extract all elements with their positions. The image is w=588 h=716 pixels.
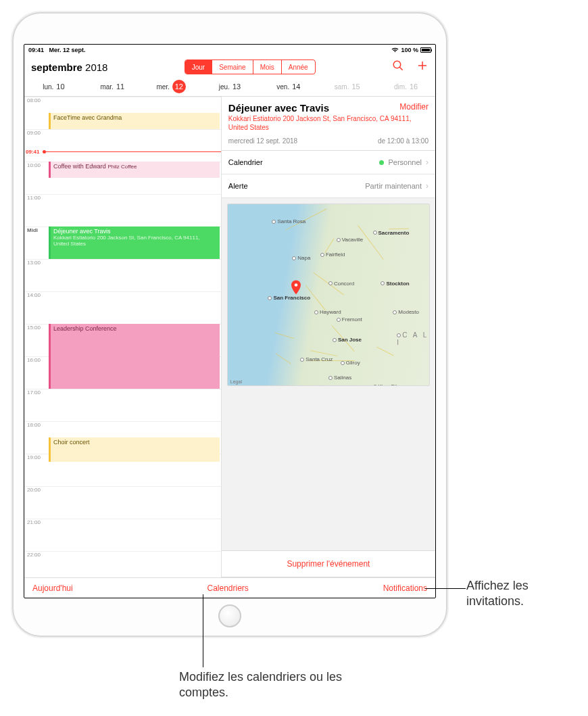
event-title: Déjeuner avec Travis [228,102,329,114]
event-location[interactable]: Kokkari Estiatorio 200 Jackson St, San F… [228,115,428,132]
week-row: lun. 10mar. 11mer. 12jeu. 13ven. 14sam. … [24,76,435,97]
alert-row[interactable]: Alerte Partir maintenant› [222,174,435,198]
screen: 09:41 Mer. 12 sept. 100 % septembre 2018… [24,44,436,598]
month-title: septembre 2018 [31,62,107,73]
event-d-jeuner-avec-travis[interactable]: Déjeuner avec TravisKokkari Estiatorio 2… [49,226,220,259]
hour-label: 09:00 [24,129,221,136]
event-timerange: de 12:00 à 13:00 [378,137,428,145]
month-label: septembre [31,62,82,73]
day-13[interactable]: jeu. 13 [201,80,260,93]
map-city-label: Gilroy [341,360,360,366]
map-city-label: Fremont [337,316,362,323]
nav-top: septembre 2018 JourSemaineMoisAnnée [24,55,435,76]
event-subtitle: Kokkari Estiatorio 200 Jackson St, San F… [53,235,217,247]
event-leadership-conference[interactable]: Leadership Conference [49,324,220,389]
hour-label: 17:00 [24,389,221,396]
map-city-label: Vacaville [337,237,363,243]
map-city-label: San Francisco [268,295,310,301]
callout-line [203,594,203,667]
year-label: 2018 [85,62,107,73]
home-button[interactable] [218,604,241,627]
day-15[interactable]: sam. 15 [318,80,376,93]
map-city-label: Salinas [328,375,351,381]
event-date: mercredi 12 sept. 2018 [228,137,297,145]
map-city-label: Hayward [314,309,341,315]
add-icon[interactable] [416,59,428,74]
event-choir-concert[interactable]: Choir concert [49,437,220,462]
event-title: Leadership Conference [53,325,217,332]
hour-label: 22:00 [24,551,221,558]
alert-label: Alerte [228,182,248,190]
map-city-label: Stockton [381,281,409,287]
calendar-label: Calendrier [228,158,263,166]
hour-label: 21:00 [24,519,221,525]
alert-value: Partir maintenant [365,182,422,190]
map-pin-icon [291,280,301,295]
event-facetime-avec-grandma[interactable]: FaceTime avec Grandma [49,113,220,129]
callout-line [425,588,466,589]
map-city-label: San Jose [333,337,362,343]
battery-label: 100 % [401,47,418,53]
map-city-label: Concord [328,281,354,287]
segment-année[interactable]: Année [281,60,315,74]
map-city-label: Modesto [393,309,419,315]
hour-label: 08:00 [24,97,221,103]
wifi-icon [391,47,399,54]
map[interactable]: Legal Santa RosaNapaFairfieldVacavilleSa… [227,204,430,386]
today-button[interactable]: Aujourd'hui [32,583,73,593]
hour-label: 11:00 [24,194,221,201]
chevron-right-icon: › [426,158,428,167]
day-16[interactable]: dim. 16 [376,80,435,93]
hour-label: 18:00 [24,421,221,428]
now-indicator [45,151,221,152]
toolbar-bottom: Aujourd'hui Calendriers Notifications [24,577,435,598]
view-segmented: JourSemaineMoisAnnée [185,59,316,74]
map-city-label: King City [373,383,400,386]
event-coffee-with-edward[interactable]: Coffee with Edward Philz Coffee [49,162,220,178]
callout-invitations: Affichez les invitations. [466,578,588,608]
svg-point-4 [295,283,298,287]
hour-label: 13:00 [24,259,221,266]
event-detail: Déjeuner avec Travis Modifier Kokkari Es… [222,97,435,577]
notifications-button[interactable]: Notifications [383,583,427,593]
callout-calendars: Modifiez les calendriers ou les comptes. [179,669,355,700]
search-icon[interactable] [392,59,404,74]
content: 08:0009:0010:0011:00Midi13:0014:0015:001… [24,97,435,577]
event-title: FaceTime avec Grandma [53,114,217,121]
day-14[interactable]: ven. 14 [259,80,318,93]
status-time: 09:41 [28,47,44,53]
event-title: Choir concert [53,439,217,446]
map-city-label: Napa [292,255,310,261]
hour-label: 14:00 [24,291,221,298]
calendar-row[interactable]: Calendrier Personnel› [222,151,435,174]
segment-semaine[interactable]: Semaine [212,60,252,74]
hour-label: 20:00 [24,486,221,493]
calendars-button[interactable]: Calendriers [207,583,248,593]
event-title: Coffee with Edward Philz Coffee [53,163,217,170]
map-region-label: C A L I [397,331,429,346]
day-10[interactable]: lun. 10 [24,80,83,93]
status-date: Mer. 12 sept. [49,47,86,53]
calendar-value: Personnel [388,158,422,166]
map-legal: Legal [230,379,242,384]
day-12[interactable]: mer. 12 [142,80,201,93]
calendar-dot-icon [379,160,384,165]
svg-point-0 [393,61,401,68]
ipad-frame: 09:41 Mer. 12 sept. 100 % septembre 2018… [14,14,446,636]
map-city-label: Fairfield [320,252,345,258]
delete-event-button[interactable]: Supprimer l'événement [222,550,435,577]
map-city-label: Santa Rosa [272,218,305,224]
status-bar: 09:41 Mer. 12 sept. 100 % [24,45,435,55]
segment-mois[interactable]: Mois [253,60,281,74]
battery-icon [420,47,431,53]
day-11[interactable]: mar. 11 [83,80,142,93]
event-title: Déjeuner avec Travis [53,228,217,235]
timeline[interactable]: 08:0009:0010:0011:00Midi13:0014:0015:001… [24,97,222,577]
now-label: 09:41 [26,148,39,154]
segment-jour[interactable]: Jour [185,60,212,74]
map-city-label: Santa Cruz [300,356,333,362]
map-city-label: Sacramento [373,230,410,236]
edit-button[interactable]: Modifier [399,102,428,112]
chevron-right-icon: › [426,181,428,191]
svg-line-1 [399,67,403,70]
